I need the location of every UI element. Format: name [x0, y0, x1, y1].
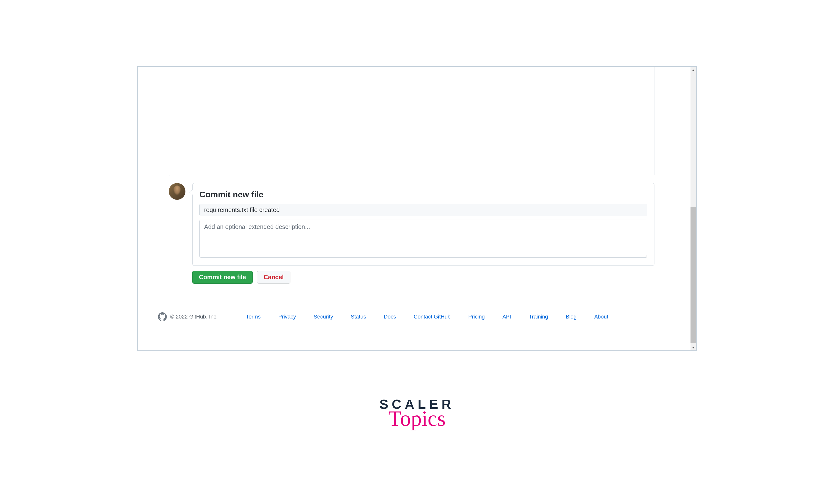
footer-link-blog[interactable]: Blog: [566, 313, 576, 320]
commit-section: Commit new file: [169, 183, 655, 266]
brand-line2: Topics: [379, 408, 455, 430]
footer-link-security[interactable]: Security: [314, 313, 333, 320]
brand-watermark: SCALER Topics: [379, 396, 455, 430]
footer-link-privacy[interactable]: Privacy: [278, 313, 296, 320]
github-logo-icon[interactable]: [158, 312, 167, 321]
footer-link-status[interactable]: Status: [351, 313, 366, 320]
footer-link-pricing[interactable]: Pricing: [468, 313, 485, 320]
scroll-up-arrow-icon[interactable]: ▴: [690, 67, 696, 72]
footer-link-contact[interactable]: Contact GitHub: [414, 313, 451, 320]
page-footer: © 2022 GitHub, Inc. Terms Privacy Securi…: [158, 312, 671, 321]
footer-link-training[interactable]: Training: [529, 313, 548, 320]
scroll-thumb[interactable]: [690, 207, 696, 343]
footer-link-api[interactable]: API: [502, 313, 511, 320]
avatar[interactable]: [169, 183, 185, 200]
commit-box: Commit new file: [192, 183, 655, 266]
footer-link-terms[interactable]: Terms: [246, 313, 261, 320]
app-frame: ▴ ▾ Commit new file Commit new file Canc…: [137, 66, 697, 351]
cancel-button[interactable]: Cancel: [257, 271, 290, 284]
footer-links: Terms Privacy Security Status Docs Conta…: [246, 313, 608, 320]
footer-link-about[interactable]: About: [594, 313, 608, 320]
commit-summary-input[interactable]: [199, 204, 647, 216]
commit-description-textarea[interactable]: [199, 220, 647, 258]
footer-link-docs[interactable]: Docs: [383, 313, 396, 320]
scrollbar-vertical[interactable]: ▴ ▾: [690, 67, 696, 350]
file-editor-area[interactable]: [169, 67, 655, 176]
commit-box-title: Commit new file: [199, 190, 647, 199]
footer-copyright-text: © 2022 GitHub, Inc.: [170, 313, 218, 320]
viewport: Commit new file Commit new file Cancel ©…: [138, 67, 696, 350]
commit-new-file-button[interactable]: Commit new file: [192, 271, 253, 284]
scroll-down-arrow-icon[interactable]: ▾: [690, 345, 696, 350]
commit-actions: Commit new file Cancel: [169, 271, 655, 284]
footer-copyright-block: © 2022 GitHub, Inc.: [158, 312, 218, 321]
